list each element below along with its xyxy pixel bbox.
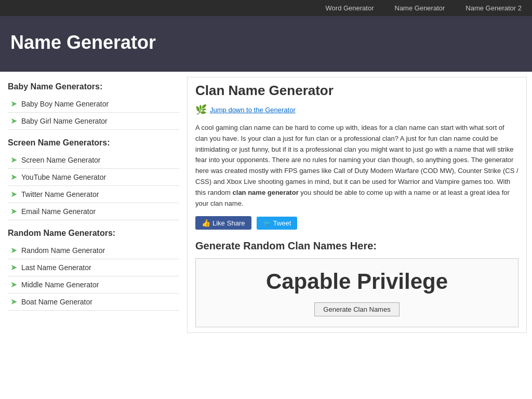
content-area: Clan Name Generator 🌿 Jump down to the G… <box>187 77 527 333</box>
sidebar-item-baby-girl[interactable]: ➤ Baby Girl Name Generator <box>8 113 179 130</box>
sidebar-item-email[interactable]: ➤ Email Name Generator <box>8 203 179 220</box>
arrow-icon: ➤ <box>10 207 17 216</box>
arrow-icon: ➤ <box>10 246 17 255</box>
link-baby-girl[interactable]: Baby Girl Name Generator <box>21 117 108 125</box>
arrow-icon: ➤ <box>10 263 17 272</box>
sidebar-item-twitter[interactable]: ➤ Twitter Name Generator <box>8 186 179 203</box>
arrow-icon: ➤ <box>10 298 17 306</box>
tweet-button[interactable]: 🐦 Tweet <box>257 217 298 230</box>
like-label: Like <box>212 219 225 227</box>
share-label: Share <box>227 219 245 227</box>
link-random[interactable]: Random Name Generator <box>21 246 105 255</box>
link-twitter[interactable]: Twitter Name Generator <box>21 190 99 198</box>
sidebar-item-middle-name[interactable]: ➤ Middle Name Generator <box>8 276 179 294</box>
nav-name-generator-2[interactable]: Name Generator 2 <box>455 0 532 16</box>
link-baby-boy[interactable]: Baby Boy Name Generator <box>21 100 109 108</box>
arrow-icon: ➤ <box>10 100 17 108</box>
link-youtube[interactable]: YouTube Name Generator <box>21 173 106 181</box>
arrow-icon: ➤ <box>10 190 17 198</box>
nav-name-generator[interactable]: Name Generator <box>384 0 456 16</box>
site-header: Name Generator <box>0 16 532 72</box>
link-email[interactable]: Email Name Generator <box>21 207 96 216</box>
sidebar-section-random-title: Random Name Generators: <box>8 229 179 238</box>
generator-section-title: Generate Random Clan Names Here: <box>195 240 518 252</box>
sidebar-item-boat-name[interactable]: ➤ Boat Name Generator <box>8 294 179 311</box>
main-layout: Baby Name Generators: ➤ Baby Boy Name Ge… <box>0 72 532 338</box>
sidebar-section-screen-title: Screen Name Generators: <box>8 138 179 148</box>
description-part-1: A cool gaming clan name can be hard to c… <box>195 124 518 196</box>
jump-link-container: 🌿 Jump down to the Generator <box>195 104 518 115</box>
social-buttons: 👍 Like Share 🐦 Tweet <box>195 216 518 230</box>
link-middle-name[interactable]: Middle Name Generator <box>21 281 99 289</box>
top-navigation: Word Generator Name Generator Name Gener… <box>0 0 532 16</box>
sidebar-item-baby-boy[interactable]: ➤ Baby Boy Name Generator <box>8 96 179 113</box>
link-screen-name[interactable]: Screen Name Generator <box>21 156 101 164</box>
content-description: A cool gaming clan name can be hard to c… <box>195 123 518 209</box>
sidebar-item-screen-name[interactable]: ➤ Screen Name Generator <box>8 152 179 169</box>
generated-name: Capable Privilege <box>206 269 508 294</box>
nav-word-generator[interactable]: Word Generator <box>315 0 384 16</box>
sidebar-item-random[interactable]: ➤ Random Name Generator <box>8 242 179 259</box>
generate-button[interactable]: Generate Clan Names <box>314 302 399 316</box>
sidebar-item-last-name[interactable]: ➤ Last Name Generator <box>8 259 179 276</box>
arrow-icon: ➤ <box>10 117 17 125</box>
bold-clan-text: clan name generator <box>233 189 299 196</box>
content-title: Clan Name Generator <box>195 83 518 99</box>
sidebar: Baby Name Generators: ➤ Baby Boy Name Ge… <box>5 77 182 333</box>
twitter-icon: 🐦 <box>263 219 271 227</box>
site-title: Name Generator <box>10 32 522 54</box>
facebook-like-button[interactable]: 👍 Like Share <box>195 216 251 230</box>
arrow-icon: ➤ <box>10 281 17 289</box>
generator-box: Capable Privilege Generate Clan Names <box>195 258 518 327</box>
jump-link[interactable]: Jump down to the Generator <box>210 106 296 114</box>
tweet-label: Tweet <box>273 219 291 227</box>
arrow-icon: ➤ <box>10 156 17 164</box>
leaf-icon: 🌿 <box>195 104 207 115</box>
sidebar-item-youtube[interactable]: ➤ YouTube Name Generator <box>8 169 179 186</box>
link-boat-name[interactable]: Boat Name Generator <box>21 298 92 306</box>
arrow-icon: ➤ <box>10 173 17 181</box>
facebook-icon: 👍 <box>202 219 210 227</box>
link-last-name[interactable]: Last Name Generator <box>21 263 91 272</box>
sidebar-section-baby-title: Baby Name Generators: <box>8 82 179 91</box>
